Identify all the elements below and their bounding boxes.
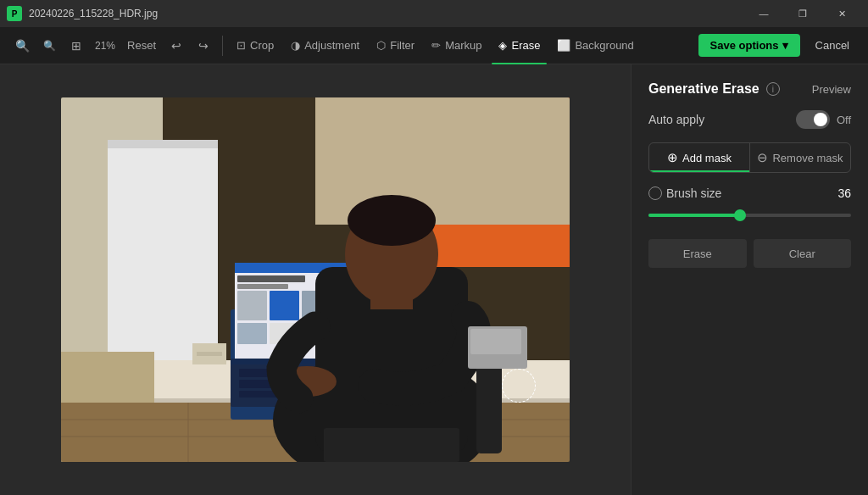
svg-rect-35 [370,284,413,309]
adjustment-tool-button[interactable]: ◑ Adjustment [284,33,366,58]
background-label: Background [575,39,633,52]
titlebar-controls: — ❐ ✕ [744,0,861,27]
minimize-button[interactable]: — [744,0,783,27]
filter-tool-button[interactable]: ⬡ Filter [370,33,421,58]
crop-tool-button[interactable]: ⊡ Crop [230,33,281,58]
erase-tool-button[interactable]: ◈ Erase [492,33,547,58]
markup-icon: ✏ [431,39,441,52]
svg-rect-20 [237,291,267,320]
auto-apply-row: Auto apply Off [648,110,851,129]
remove-mask-label: Remove mask [772,152,843,164]
svg-point-34 [348,195,436,246]
background-tool-button[interactable]: ⬜ Background [550,33,640,58]
brush-size-value: 36 [837,186,851,200]
toolbar-right: Save options ▾ Cancel [698,34,858,57]
titlebar-left: P 20240226_115228_HDR.jpg [7,6,158,21]
adjustment-icon: ◑ [291,39,300,52]
titlebar: P 20240226_115228_HDR.jpg — ❐ ✕ [0,0,868,27]
brush-size-row: Brush size 36 [648,186,851,200]
crop-label: Crop [250,39,274,52]
svg-rect-24 [237,323,267,344]
panel-header: Generative Erase i Preview [648,81,851,97]
markup-label: Markup [445,39,481,52]
close-button[interactable]: ✕ [822,0,861,27]
photo-container [61,97,570,462]
zoom-in-button[interactable]: 🔍 [10,34,34,58]
svg-rect-19 [237,284,288,289]
svg-rect-5 [315,97,570,225]
crop-icon: ⊡ [236,39,246,52]
svg-rect-42 [197,352,222,356]
auto-apply-toggle[interactable] [796,110,830,129]
save-chevron-icon: ▾ [782,39,788,52]
clear-button[interactable]: Clear [754,239,852,268]
svg-rect-37 [324,428,459,462]
cancel-button[interactable]: Cancel [807,34,858,57]
preview-button[interactable]: Preview [812,83,851,96]
mask-buttons: ⊕ Add mask ⊖ Remove mask [648,142,851,173]
svg-rect-18 [237,275,305,282]
brush-size-icon [648,186,662,200]
brush-size-section: Brush size 36 [648,186,851,222]
reset-button[interactable]: Reset [122,34,161,58]
undo-button[interactable]: ↩ [164,34,188,58]
save-options-label: Save options [710,39,779,52]
brush-size-slider[interactable] [648,209,851,222]
save-options-button[interactable]: Save options ▾ [698,34,800,57]
toolbar-divider-1 [222,36,223,56]
titlebar-filename: 20240226_115228_HDR.jpg [29,8,158,19]
erase-label: Erase [511,39,540,52]
add-mask-label: Add mask [682,152,732,164]
zoom-level: 21% [92,40,119,52]
auto-apply-label: Auto apply [648,113,704,126]
right-panel: Generative Erase i Preview Auto apply Of… [631,64,868,495]
erase-icon: ◈ [498,39,507,52]
main: Generative Erase i Preview Auto apply Of… [0,64,868,495]
svg-rect-3 [108,140,218,148]
toolbar: 🔍 🔍 ⊞ 21% Reset ↩ ↪ ⊡ Crop ◑ Adjustment … [0,27,868,64]
app-icon: P [7,6,22,21]
toggle-area: Off [796,110,851,129]
filter-label: Filter [390,39,415,52]
toggle-knob [814,113,827,126]
adjustment-label: Adjustment [304,39,359,52]
aspect-button[interactable]: ⊞ [64,34,88,58]
erase-button[interactable]: Erase [648,239,747,268]
action-buttons: Erase Clear [648,239,851,268]
info-icon[interactable]: i [766,82,780,96]
remove-mask-button[interactable]: ⊖ Remove mask [749,143,850,172]
add-mask-plus-icon: ⊕ [667,150,678,165]
markup-tool-button[interactable]: ✏ Markup [425,33,488,58]
filter-icon: ⬡ [376,39,386,52]
redo-button[interactable]: ↪ [192,34,215,58]
canvas-area[interactable] [0,64,631,495]
photo [61,97,570,462]
svg-rect-2 [108,140,218,377]
zoom-out-button[interactable]: 🔍 [37,34,61,58]
add-mask-button[interactable]: ⊕ Add mask [649,143,749,172]
panel-title: Generative Erase [648,81,760,97]
toggle-state-label: Off [837,114,851,126]
brush-size-label: Brush size [648,186,721,200]
maximize-button[interactable]: ❐ [783,0,822,27]
svg-rect-40 [470,329,521,354]
background-icon: ⬜ [557,39,570,52]
svg-rect-21 [270,291,299,320]
remove-mask-minus-icon: ⊖ [757,150,768,165]
